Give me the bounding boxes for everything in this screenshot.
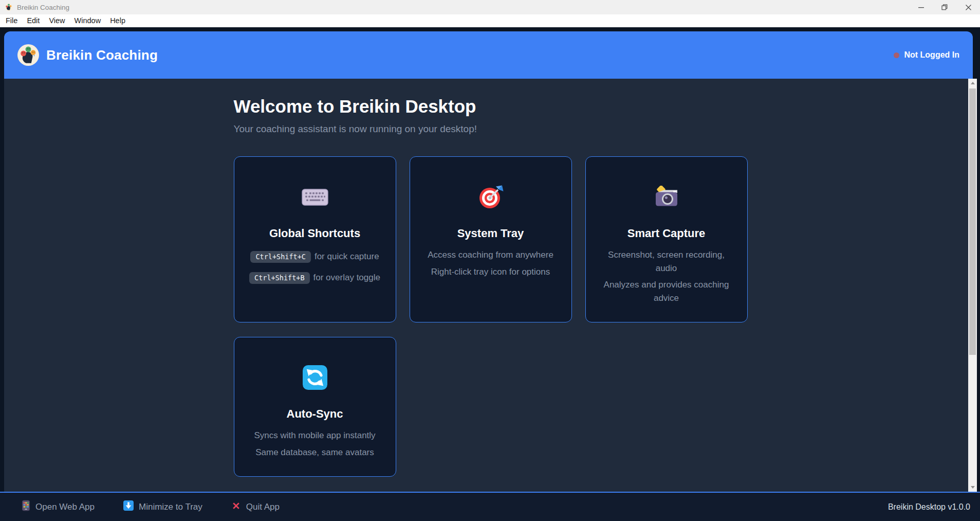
- kbd-overlay-toggle: Ctrl+Shift+B: [249, 272, 310, 284]
- menu-view[interactable]: View: [44, 14, 69, 27]
- footer-button-label: Open Web App: [35, 502, 95, 512]
- card-title: Auto-Sync: [248, 407, 382, 421]
- card-text-line: Screenshot, screen recording, audio: [599, 248, 734, 275]
- scrollbar-thumb[interactable]: [969, 88, 976, 355]
- quit-app-button[interactable]: Quit App: [231, 501, 280, 513]
- card-text-line: Access coaching from anywhere: [423, 248, 558, 262]
- card-title: System Tray: [423, 227, 558, 240]
- os-titlebar: Breikin Coaching: [0, 0, 980, 14]
- minimize-to-tray-button[interactable]: Minimize to Tray: [123, 500, 202, 513]
- target-icon: [423, 183, 558, 211]
- download-arrow-icon: [123, 500, 134, 513]
- card-text-line: Right-click tray icon for options: [423, 265, 558, 279]
- restore-button[interactable]: [933, 0, 956, 14]
- menu-help[interactable]: Help: [105, 14, 130, 27]
- keyboard-icon: [248, 183, 382, 211]
- card-title: Global Shortcuts: [248, 227, 382, 240]
- app-window: Breikin Coaching File Edit View Window H: [0, 0, 980, 521]
- menu-file[interactable]: File: [1, 14, 22, 27]
- window-title: Breikin Coaching: [17, 4, 69, 11]
- sync-icon: [248, 363, 382, 392]
- card-text-line: Analyzes and provides coaching advice: [599, 278, 734, 304]
- card-auto-sync: Auto-Sync Syncs with mobile app instantl…: [234, 337, 396, 477]
- card-text-line: Syncs with mobile app instantly: [248, 429, 382, 442]
- app-body: Breikin Coaching Not Logged In Welcome t…: [0, 27, 980, 521]
- status-label: Not Logged In: [904, 50, 959, 60]
- kbd-quick-capture: Ctrl+Shift+C: [250, 251, 311, 263]
- scroll-down-arrow-icon[interactable]: [968, 483, 977, 492]
- menu-bar: File Edit View Window Help: [0, 14, 980, 27]
- card-global-shortcuts: Global Shortcuts Ctrl+Shift+Cfor quick c…: [234, 156, 396, 322]
- feature-card-grid: Global Shortcuts Ctrl+Shift+Cfor quick c…: [234, 156, 748, 477]
- red-x-icon: [231, 501, 241, 513]
- app-logo-icon: [17, 44, 39, 66]
- camera-icon: [599, 183, 734, 211]
- window-controls: [909, 0, 980, 14]
- status-dot-icon: [894, 52, 899, 58]
- mobile-phone-icon: [22, 500, 30, 514]
- open-web-app-button[interactable]: Open Web App: [22, 500, 95, 514]
- footer-bar: Open Web App Minimize to Tray Quit Ap: [0, 492, 980, 521]
- shortcut-line: Ctrl+Shift+Bfor overlay toggle: [248, 270, 382, 285]
- menu-window[interactable]: Window: [70, 14, 106, 27]
- card-system-tray: System Tray Access coaching from anywher…: [410, 156, 572, 322]
- header-app-title: Breikin Coaching: [46, 47, 158, 63]
- card-title: Smart Capture: [599, 227, 734, 240]
- app-version-label: Breikin Desktop v1.0.0: [888, 502, 970, 512]
- app-logo-icon: [5, 3, 13, 11]
- header-banner: Breikin Coaching Not Logged In: [4, 31, 973, 79]
- page-subtitle: Your coaching assistant is now running o…: [234, 123, 748, 135]
- card-smart-capture: Smart Capture Screenshot, screen recordi…: [585, 156, 748, 322]
- close-button[interactable]: [956, 0, 980, 14]
- footer-button-label: Quit App: [246, 502, 280, 512]
- minimize-button[interactable]: [909, 0, 933, 14]
- menu-edit[interactable]: Edit: [22, 14, 44, 27]
- card-text-line: Same database, same avatars: [248, 446, 382, 459]
- page-title: Welcome to Breikin Desktop: [234, 96, 748, 117]
- shortcut-line: Ctrl+Shift+Cfor quick capture: [248, 248, 382, 264]
- content-viewport: Welcome to Breikin Desktop Your coaching…: [4, 79, 977, 492]
- login-status: Not Logged In: [894, 50, 959, 60]
- vertical-scrollbar[interactable]: [968, 79, 977, 492]
- scroll-up-arrow-icon[interactable]: [968, 79, 977, 87]
- footer-button-label: Minimize to Tray: [139, 502, 202, 512]
